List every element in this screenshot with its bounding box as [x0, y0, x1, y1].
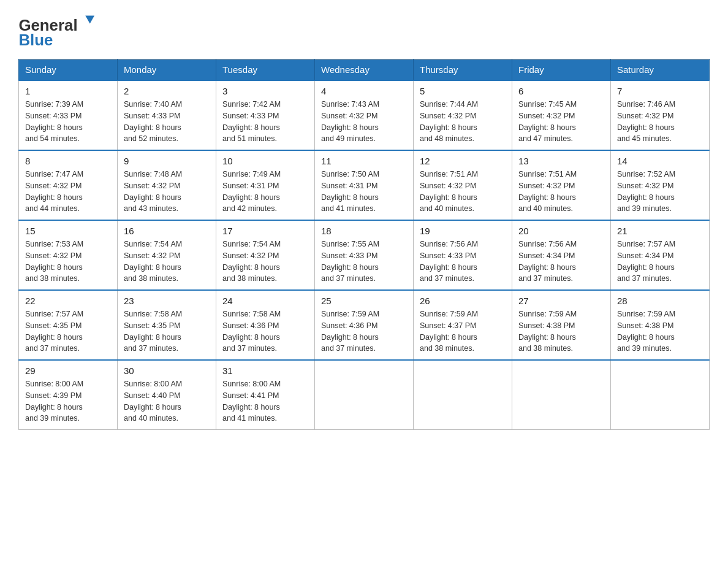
calendar-header-row: SundayMondayTuesdayWednesdayThursdayFrid…: [19, 59, 710, 81]
day-info: Sunrise: 7:56 AMSunset: 4:33 PMDaylight:…: [420, 239, 506, 285]
calendar-cell: 22Sunrise: 7:57 AMSunset: 4:35 PMDayligh…: [19, 290, 118, 360]
calendar-cell: 25Sunrise: 7:59 AMSunset: 4:36 PMDayligh…: [315, 290, 414, 360]
day-info: Sunrise: 7:59 AMSunset: 4:36 PMDaylight:…: [321, 308, 407, 354]
calendar-week-row: 29Sunrise: 8:00 AMSunset: 4:39 PMDayligh…: [19, 360, 710, 430]
day-info: Sunrise: 7:57 AMSunset: 4:35 PMDaylight:…: [25, 308, 111, 354]
col-header-saturday: Saturday: [611, 59, 710, 81]
day-number: 30: [124, 366, 210, 376]
calendar-cell: 15Sunrise: 7:53 AMSunset: 4:32 PMDayligh…: [19, 220, 118, 290]
calendar-cell: 19Sunrise: 7:56 AMSunset: 4:33 PMDayligh…: [414, 220, 512, 290]
day-info: Sunrise: 7:55 AMSunset: 4:33 PMDaylight:…: [321, 239, 407, 285]
day-number: 9: [124, 156, 210, 166]
day-number: 2: [124, 86, 210, 96]
day-number: 25: [321, 296, 407, 306]
calendar-cell: 27Sunrise: 7:59 AMSunset: 4:38 PMDayligh…: [512, 290, 611, 360]
calendar-cell: 28Sunrise: 7:59 AMSunset: 4:38 PMDayligh…: [611, 290, 710, 360]
day-number: 31: [222, 366, 308, 376]
calendar-cell: 10Sunrise: 7:49 AMSunset: 4:31 PMDayligh…: [216, 150, 315, 220]
day-info: Sunrise: 7:39 AMSunset: 4:33 PMDaylight:…: [25, 99, 111, 145]
day-info: Sunrise: 7:40 AMSunset: 4:33 PMDaylight:…: [124, 99, 210, 145]
col-header-tuesday: Tuesday: [216, 59, 315, 81]
col-header-thursday: Thursday: [414, 59, 512, 81]
day-number: 17: [222, 226, 308, 236]
calendar-cell: 26Sunrise: 7:59 AMSunset: 4:37 PMDayligh…: [414, 290, 512, 360]
calendar-cell: 11Sunrise: 7:50 AMSunset: 4:31 PMDayligh…: [315, 150, 414, 220]
day-number: 23: [124, 296, 210, 306]
day-info: Sunrise: 7:46 AMSunset: 4:32 PMDaylight:…: [617, 99, 703, 145]
calendar-cell: 5Sunrise: 7:44 AMSunset: 4:32 PMDaylight…: [414, 80, 512, 150]
calendar-cell: 31Sunrise: 8:00 AMSunset: 4:41 PMDayligh…: [216, 360, 315, 430]
calendar-cell: 21Sunrise: 7:57 AMSunset: 4:34 PMDayligh…: [611, 220, 710, 290]
day-info: Sunrise: 7:47 AMSunset: 4:32 PMDaylight:…: [25, 169, 111, 215]
col-header-monday: Monday: [118, 59, 216, 81]
day-number: 10: [222, 156, 308, 166]
calendar-week-row: 15Sunrise: 7:53 AMSunset: 4:32 PMDayligh…: [19, 220, 710, 290]
day-info: Sunrise: 7:50 AMSunset: 4:31 PMDaylight:…: [321, 169, 407, 215]
calendar-cell: 3Sunrise: 7:42 AMSunset: 4:33 PMDaylight…: [216, 80, 315, 150]
day-number: 28: [617, 296, 703, 306]
day-info: Sunrise: 7:54 AMSunset: 4:32 PMDaylight:…: [222, 239, 308, 285]
logo: General Blue: [18, 12, 98, 49]
day-info: Sunrise: 7:58 AMSunset: 4:36 PMDaylight:…: [222, 308, 308, 354]
calendar-cell: 7Sunrise: 7:46 AMSunset: 4:32 PMDaylight…: [611, 80, 710, 150]
day-number: 29: [25, 366, 111, 376]
calendar-week-row: 1Sunrise: 7:39 AMSunset: 4:33 PMDaylight…: [19, 80, 710, 150]
calendar-cell: 6Sunrise: 7:45 AMSunset: 4:32 PMDaylight…: [512, 80, 611, 150]
calendar-cell: 14Sunrise: 7:52 AMSunset: 4:32 PMDayligh…: [611, 150, 710, 220]
day-info: Sunrise: 8:00 AMSunset: 4:40 PMDaylight:…: [124, 378, 210, 424]
day-number: 7: [617, 86, 703, 96]
day-number: 13: [518, 156, 604, 166]
day-info: Sunrise: 7:59 AMSunset: 4:38 PMDaylight:…: [617, 308, 703, 354]
day-info: Sunrise: 7:58 AMSunset: 4:35 PMDaylight:…: [124, 308, 210, 354]
day-number: 4: [321, 86, 407, 96]
day-number: 19: [420, 226, 506, 236]
day-number: 26: [420, 296, 506, 306]
calendar-cell: 8Sunrise: 7:47 AMSunset: 4:32 PMDaylight…: [19, 150, 118, 220]
day-info: Sunrise: 7:51 AMSunset: 4:32 PMDaylight:…: [420, 169, 506, 215]
page-header: General Blue: [18, 12, 710, 49]
day-number: 12: [420, 156, 506, 166]
day-number: 3: [222, 86, 308, 96]
day-info: Sunrise: 7:48 AMSunset: 4:32 PMDaylight:…: [124, 169, 210, 215]
day-info: Sunrise: 7:43 AMSunset: 4:32 PMDaylight:…: [321, 99, 407, 145]
calendar-cell: 12Sunrise: 7:51 AMSunset: 4:32 PMDayligh…: [414, 150, 512, 220]
day-number: 21: [617, 226, 703, 236]
day-info: Sunrise: 7:52 AMSunset: 4:32 PMDaylight:…: [617, 169, 703, 215]
calendar-cell: 30Sunrise: 8:00 AMSunset: 4:40 PMDayligh…: [118, 360, 216, 430]
day-number: 14: [617, 156, 703, 166]
calendar-cell: 4Sunrise: 7:43 AMSunset: 4:32 PMDaylight…: [315, 80, 414, 150]
calendar-cell: 2Sunrise: 7:40 AMSunset: 4:33 PMDaylight…: [118, 80, 216, 150]
calendar-cell: 29Sunrise: 8:00 AMSunset: 4:39 PMDayligh…: [19, 360, 118, 430]
day-number: 5: [420, 86, 506, 96]
day-info: Sunrise: 7:59 AMSunset: 4:38 PMDaylight:…: [518, 308, 604, 354]
calendar-cell: [512, 360, 611, 430]
calendar-cell: 18Sunrise: 7:55 AMSunset: 4:33 PMDayligh…: [315, 220, 414, 290]
day-number: 27: [518, 296, 604, 306]
calendar-cell: 9Sunrise: 7:48 AMSunset: 4:32 PMDaylight…: [118, 150, 216, 220]
svg-marker-1: [85, 16, 94, 24]
day-info: Sunrise: 7:49 AMSunset: 4:31 PMDaylight:…: [222, 169, 308, 215]
calendar-table: SundayMondayTuesdayWednesdayThursdayFrid…: [18, 59, 710, 430]
day-info: Sunrise: 7:56 AMSunset: 4:34 PMDaylight:…: [518, 239, 604, 285]
calendar-cell: [414, 360, 512, 430]
day-info: Sunrise: 7:57 AMSunset: 4:34 PMDaylight:…: [617, 239, 703, 285]
day-number: 16: [124, 226, 210, 236]
calendar-cell: 24Sunrise: 7:58 AMSunset: 4:36 PMDayligh…: [216, 290, 315, 360]
calendar-week-row: 8Sunrise: 7:47 AMSunset: 4:32 PMDaylight…: [19, 150, 710, 220]
day-info: Sunrise: 7:44 AMSunset: 4:32 PMDaylight:…: [420, 99, 506, 145]
calendar-cell: 13Sunrise: 7:51 AMSunset: 4:32 PMDayligh…: [512, 150, 611, 220]
day-number: 6: [518, 86, 604, 96]
day-number: 8: [25, 156, 111, 166]
calendar-cell: 20Sunrise: 7:56 AMSunset: 4:34 PMDayligh…: [512, 220, 611, 290]
day-number: 24: [222, 296, 308, 306]
day-number: 1: [25, 86, 111, 96]
calendar-cell: 17Sunrise: 7:54 AMSunset: 4:32 PMDayligh…: [216, 220, 315, 290]
day-info: Sunrise: 8:00 AMSunset: 4:39 PMDaylight:…: [25, 378, 111, 424]
day-info: Sunrise: 7:45 AMSunset: 4:32 PMDaylight:…: [518, 99, 604, 145]
calendar-cell: [315, 360, 414, 430]
col-header-friday: Friday: [512, 59, 611, 81]
day-info: Sunrise: 8:00 AMSunset: 4:41 PMDaylight:…: [222, 378, 308, 424]
day-number: 18: [321, 226, 407, 236]
calendar-cell: 16Sunrise: 7:54 AMSunset: 4:32 PMDayligh…: [118, 220, 216, 290]
calendar-cell: 1Sunrise: 7:39 AMSunset: 4:33 PMDaylight…: [19, 80, 118, 150]
